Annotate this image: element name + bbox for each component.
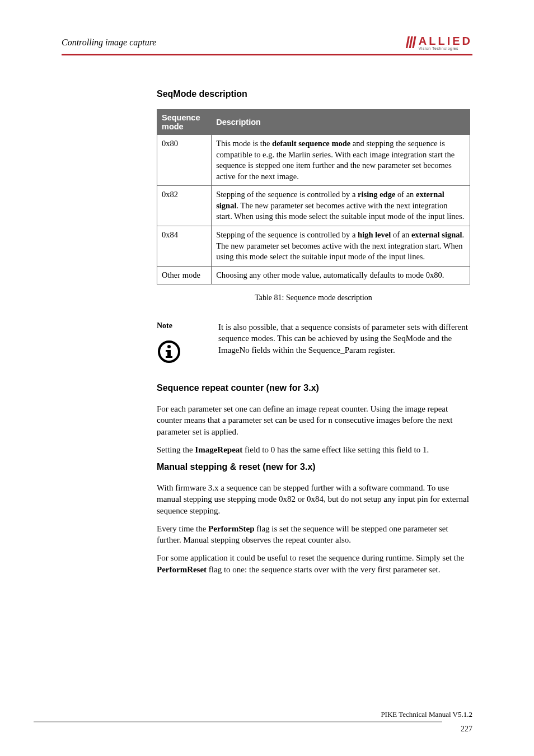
cell-desc: Stepping of the sequence is controlled b… [212,186,470,226]
cell-desc: Stepping of the sequence is controlled b… [212,226,470,266]
cell-mode: Other mode [157,266,212,284]
note-block: Note It is also possible, that a sequenc… [157,321,470,366]
svg-point-1 [167,345,171,348]
logo-sub-text: Vision Technologies [419,46,472,50]
cell-desc: Choosing any other mode value, automatic… [212,266,470,284]
cell-mode: 0x80 [157,135,212,186]
info-icon [157,336,202,366]
footer-rule [34,721,442,722]
doc-title: PIKE Technical Manual V5.1.2 [381,710,472,719]
manual-heading: Manual stepping & reset (new for 3.x) [157,462,470,472]
seqmode-table: Sequence mode Description 0x80 This mode… [157,109,470,284]
page-footer: PIKE Technical Manual V5.1.2 227 [381,710,472,734]
repeat-heading: Sequence repeat counter (new for 3.x) [157,383,470,393]
table-header-mode: Sequence mode [157,110,212,135]
svg-rect-3 [166,350,169,352]
paragraph: For each parameter set one can define an… [157,403,470,437]
table-header-desc: Description [212,110,470,135]
table-row: 0x84 Stepping of the sequence is control… [157,226,470,266]
cell-desc: This mode is the default sequence mode a… [212,135,470,186]
header-rule [62,54,472,55]
table-row: 0x82 Stepping of the sequence is control… [157,186,470,226]
paragraph: Setting the ImageRepeat field to 0 has t… [157,444,470,455]
main-content: SeqMode description Sequence mode Descri… [157,89,470,575]
svg-rect-4 [166,356,172,358]
brand-logo: /// ALLIED Vision Technologies [405,34,472,52]
page-number: 227 [381,725,472,734]
chapter-title: Controlling image capture [62,38,156,48]
table-row: Other mode Choosing any other mode value… [157,266,470,284]
paragraph: For some application it could be useful … [157,552,470,575]
seqmode-heading: SeqMode description [157,89,470,99]
page-header: Controlling image capture /// ALLIED Vis… [62,34,472,52]
logo-main-text: ALLIED [419,35,472,46]
note-body: It is also possible, that a sequence con… [218,321,470,356]
paragraph: With firmware 3.x a sequence can be step… [157,482,470,516]
note-label: Note [157,321,202,330]
table-caption: Table 81: Sequence mode description [157,293,470,302]
paragraph: Every time the PerformStep flag is set t… [157,523,470,546]
logo-slashes-icon: /// [405,34,415,52]
cell-mode: 0x82 [157,186,212,226]
cell-mode: 0x84 [157,226,212,266]
table-row: 0x80 This mode is the default sequence m… [157,135,470,186]
